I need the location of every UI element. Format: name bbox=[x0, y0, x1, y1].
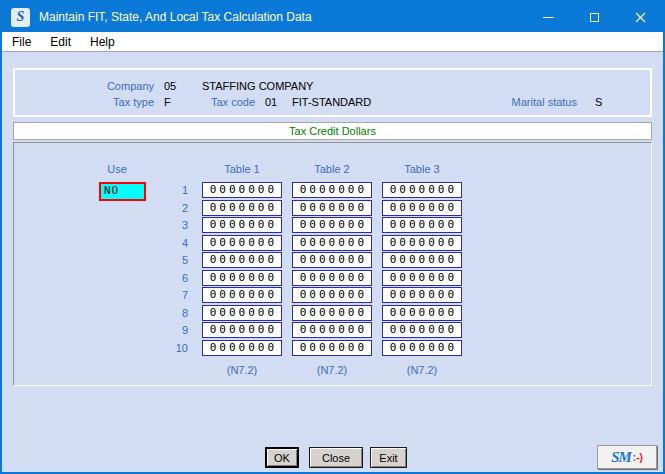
table1-row6-field[interactable]: 0000000 bbox=[202, 270, 282, 286]
menu-file[interactable]: File bbox=[3, 33, 40, 51]
close-dialog-button[interactable]: Close bbox=[309, 447, 363, 468]
table3-row2-field[interactable]: 0000000 bbox=[382, 200, 462, 216]
table1-row3-field[interactable]: 0000000 bbox=[202, 217, 282, 233]
table3-row4-field[interactable]: 0000000 bbox=[382, 235, 462, 251]
window-title: Maintain FIT, State, And Local Tax Calcu… bbox=[39, 10, 312, 24]
table-row: 6 0000000 0000000 0000000 bbox=[2, 270, 663, 287]
row-number: 5 bbox=[160, 254, 188, 266]
row-number: 2 bbox=[160, 202, 188, 214]
table2-row10-field[interactable]: 0000000 bbox=[292, 340, 372, 356]
table2-row2-field[interactable]: 0000000 bbox=[292, 200, 372, 216]
row-number: 9 bbox=[160, 324, 188, 336]
minimize-icon bbox=[543, 17, 554, 18]
table1-row4-field[interactable]: 0000000 bbox=[202, 235, 282, 251]
title-bar: S Maintain FIT, State, And Local Tax Cal… bbox=[2, 2, 663, 32]
close-button[interactable] bbox=[617, 2, 663, 32]
table1-row2-field[interactable]: 0000000 bbox=[202, 200, 282, 216]
format-label-table2: (N7.2) bbox=[292, 364, 372, 376]
exit-button[interactable]: Exit bbox=[370, 447, 407, 468]
section-title: Tax Credit Dollars bbox=[289, 125, 376, 137]
table2-row7-field[interactable]: 0000000 bbox=[292, 287, 372, 303]
menu-help[interactable]: Help bbox=[81, 33, 124, 51]
row-number: 6 bbox=[160, 272, 188, 284]
table2-row9-field[interactable]: 0000000 bbox=[292, 322, 372, 338]
close-icon bbox=[635, 12, 646, 23]
minimize-button[interactable] bbox=[525, 2, 571, 32]
maximize-icon bbox=[590, 13, 599, 22]
table3-row6-field[interactable]: 0000000 bbox=[382, 270, 462, 286]
column-header-table2: Table 2 bbox=[292, 163, 372, 175]
row-number: 4 bbox=[160, 237, 188, 249]
table1-row7-field[interactable]: 0000000 bbox=[202, 287, 282, 303]
column-header-table1: Table 1 bbox=[202, 163, 282, 175]
table3-row8-field[interactable]: 0000000 bbox=[382, 305, 462, 321]
company-label: Company bbox=[62, 80, 154, 92]
row-number: 8 bbox=[160, 307, 188, 319]
format-label-table3: (N7.2) bbox=[382, 364, 462, 376]
row-number: 10 bbox=[160, 342, 188, 354]
table1-row1-field[interactable]: 0000000 bbox=[202, 182, 282, 198]
column-header-table3: Table 3 bbox=[382, 163, 462, 175]
tax-type-label: Tax type bbox=[62, 96, 154, 108]
sm-logo: SM :-) bbox=[597, 445, 657, 469]
table3-row5-field[interactable]: 0000000 bbox=[382, 252, 462, 268]
menu-edit[interactable]: Edit bbox=[41, 33, 80, 51]
format-label-table1: (N7.2) bbox=[202, 364, 282, 376]
app-window: S Maintain FIT, State, And Local Tax Cal… bbox=[0, 0, 665, 474]
table2-row1-field[interactable]: 0000000 bbox=[292, 182, 372, 198]
table1-row9-field[interactable]: 0000000 bbox=[202, 322, 282, 338]
table-row: 2 0000000 0000000 0000000 bbox=[2, 200, 663, 217]
table2-row5-field[interactable]: 0000000 bbox=[292, 252, 372, 268]
table2-row4-field[interactable]: 0000000 bbox=[292, 235, 372, 251]
content-area: Company 05 STAFFING COMPANY Tax type F T… bbox=[2, 53, 663, 472]
table-row: 9 0000000 0000000 0000000 bbox=[2, 322, 663, 339]
tax-code-label: Tax code bbox=[162, 96, 255, 108]
tax-code-value: 01 bbox=[265, 96, 277, 108]
table1-row10-field[interactable]: 0000000 bbox=[202, 340, 282, 356]
table-row: 7 0000000 0000000 0000000 bbox=[2, 287, 663, 304]
table3-row1-field[interactable]: 0000000 bbox=[382, 182, 462, 198]
ok-button[interactable]: OK bbox=[265, 447, 299, 468]
table2-row6-field[interactable]: 0000000 bbox=[292, 270, 372, 286]
use-label: Use bbox=[92, 163, 142, 175]
app-icon: S bbox=[11, 8, 30, 27]
row-number: 7 bbox=[160, 289, 188, 301]
company-code: 05 bbox=[164, 80, 176, 92]
table-row: 5 0000000 0000000 0000000 bbox=[2, 252, 663, 269]
row-number: 1 bbox=[160, 184, 188, 196]
table3-row10-field[interactable]: 0000000 bbox=[382, 340, 462, 356]
window-controls bbox=[525, 2, 663, 32]
marital-status-value: S bbox=[595, 96, 602, 108]
sm-logo-text: SM bbox=[611, 449, 631, 466]
table-row: 10 0000000 0000000 0000000 bbox=[2, 340, 663, 357]
table-row: 1 0000000 0000000 0000000 bbox=[2, 182, 663, 199]
table2-row3-field[interactable]: 0000000 bbox=[292, 217, 372, 233]
menu-bar: File Edit Help bbox=[2, 32, 663, 52]
row-number: 3 bbox=[160, 219, 188, 231]
maximize-button[interactable] bbox=[571, 2, 617, 32]
table-row: 8 0000000 0000000 0000000 bbox=[2, 305, 663, 322]
table3-row3-field[interactable]: 0000000 bbox=[382, 217, 462, 233]
table1-row5-field[interactable]: 0000000 bbox=[202, 252, 282, 268]
section-header: Tax Credit Dollars bbox=[13, 122, 652, 140]
table1-row8-field[interactable]: 0000000 bbox=[202, 305, 282, 321]
marital-status-label: Marital status bbox=[482, 96, 577, 108]
tax-code-name: FIT-STANDARD bbox=[292, 96, 371, 108]
table-row: 3 0000000 0000000 0000000 bbox=[2, 217, 663, 234]
company-name: STAFFING COMPANY bbox=[202, 80, 313, 92]
table3-row7-field[interactable]: 0000000 bbox=[382, 287, 462, 303]
table2-row8-field[interactable]: 0000000 bbox=[292, 305, 372, 321]
header-panel bbox=[13, 68, 652, 117]
table-row: 4 0000000 0000000 0000000 bbox=[2, 235, 663, 252]
table3-row9-field[interactable]: 0000000 bbox=[382, 322, 462, 338]
smiley-icon: :-) bbox=[633, 452, 643, 463]
